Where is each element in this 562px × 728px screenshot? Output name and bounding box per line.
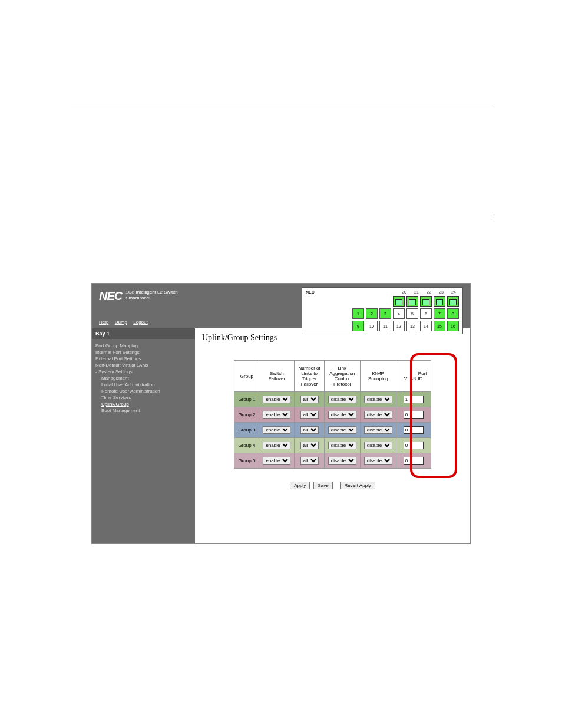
port-11[interactable]: 11 (379, 321, 391, 331)
pvid-input[interactable] (404, 457, 424, 465)
col-switch-failover: Switch Failover (259, 361, 295, 392)
igmp-select[interactable]: disable (364, 411, 392, 419)
port-16[interactable]: 16 (447, 321, 459, 331)
pvid-input[interactable] (404, 411, 424, 419)
menu-dump[interactable]: Dump (115, 319, 127, 325)
ltf-select[interactable]: all (300, 457, 319, 465)
nav-time-services[interactable]: Time Services (95, 394, 191, 401)
port-15[interactable]: 15 (434, 321, 445, 331)
cell-group: Group 5 (234, 453, 259, 469)
sf-select[interactable]: enable (263, 411, 290, 419)
table-row: Group 1 enable all disable disable (234, 392, 431, 407)
uplink-group-table: Group Switch Failover Number of Links to… (234, 360, 431, 469)
cell-group: Group 1 (234, 392, 259, 407)
igmp-select[interactable]: disable (364, 442, 392, 449)
nav-remote-user-admin[interactable]: Remote User Administration (95, 388, 191, 394)
sf-select[interactable]: enable (263, 442, 290, 449)
igmp-select[interactable]: disable (364, 426, 392, 434)
brand-line1: 1Gb Intelligent L2 Switch (125, 289, 178, 295)
port-ext-23[interactable] (434, 296, 445, 307)
cell-group: Group 4 (234, 438, 259, 453)
lacp-select[interactable]: disable (328, 411, 356, 419)
revert-apply-button[interactable]: Revert Apply (340, 482, 375, 489)
ltf-select[interactable]: all (300, 411, 319, 419)
port-ext-22[interactable] (420, 296, 432, 307)
nav-boot-management[interactable]: Boot Management (95, 407, 191, 414)
nav-port-group-mapping[interactable]: Port Group Mapping (95, 342, 191, 349)
port-label: 21 (411, 290, 422, 294)
bay-label: Bay 1 (92, 328, 195, 339)
sf-select[interactable]: enable (263, 457, 290, 465)
col-group: Group (234, 361, 259, 392)
port-ext-24[interactable] (447, 296, 459, 307)
port-6[interactable]: 6 (420, 308, 432, 319)
content-pane: Uplink/Group Settings Group Switch Failo… (195, 328, 470, 543)
port-3[interactable]: 3 (379, 308, 391, 319)
panel-nec: NEC (306, 290, 315, 294)
sf-select[interactable]: enable (263, 426, 290, 434)
port-4[interactable]: 4 (393, 308, 405, 319)
table-row: Group 4 enable all disable disable (234, 438, 431, 453)
page-title: Uplink/Group Settings (202, 333, 463, 342)
nav-internal-port-settings[interactable]: Internal Port Settings (95, 349, 191, 355)
lacp-select[interactable]: disable (328, 457, 356, 465)
port-2[interactable]: 2 (366, 308, 378, 319)
port-14[interactable]: 14 (420, 321, 432, 331)
table-row: Group 2 enable all disable disable (234, 407, 431, 423)
pvid-input[interactable] (404, 396, 424, 403)
cell-group: Group 3 (234, 423, 259, 438)
col-links-trigger-failover: Number of Links to Trigger Failover (295, 361, 324, 392)
port-8[interactable]: 8 (447, 308, 459, 319)
lacp-select[interactable]: disable (328, 396, 356, 403)
ltf-select[interactable]: all (300, 442, 319, 449)
ltf-select[interactable]: all (300, 426, 319, 434)
port-7[interactable]: 7 (434, 308, 445, 319)
save-button[interactable]: Save (313, 482, 332, 489)
port-label: 23 (436, 290, 447, 294)
table-row: Group 3 enable all disable disable (234, 423, 431, 438)
col-igmp-snooping: IGMP Snooping (360, 361, 396, 392)
col-lacp: Link Aggregation Control Protocol (324, 361, 360, 392)
nav-non-default-vlans[interactable]: Non-Default Virtual LANs (95, 362, 191, 368)
igmp-select[interactable]: disable (364, 457, 392, 465)
divider (71, 108, 491, 108)
menu-help[interactable]: Help (99, 319, 108, 325)
igmp-select[interactable]: disable (364, 396, 392, 403)
table-row: Group 5 enable all disable disable (234, 453, 431, 469)
nav-external-port-settings[interactable]: External Port Settings (95, 355, 191, 362)
nav-system-settings[interactable]: - System Settings (95, 368, 191, 375)
col-port-vlan-id: Port VLAN ID (396, 361, 431, 392)
lacp-select[interactable]: disable (328, 426, 356, 434)
port-label: 22 (424, 290, 434, 294)
nav-management[interactable]: Management (95, 375, 191, 381)
port-panel: NEC 20 21 22 23 24 (302, 287, 463, 334)
pvid-input[interactable] (404, 442, 424, 449)
pvid-input[interactable] (404, 426, 424, 434)
sidebar: Bay 1 Port Group Mapping Internal Port S… (92, 328, 195, 543)
apply-button[interactable]: Apply (290, 482, 310, 489)
divider (71, 216, 491, 216)
header-bar: NEC 1Gb Intelligent L2 Switch SmartPanel… (92, 284, 470, 328)
divider (71, 104, 491, 104)
menu-logout[interactable]: Logout (133, 319, 147, 325)
port-9[interactable]: 9 (352, 321, 364, 331)
cell-group: Group 2 (234, 407, 259, 423)
port-ext-21[interactable] (406, 296, 418, 307)
port-5[interactable]: 5 (406, 308, 418, 319)
nav-local-user-admin[interactable]: Local User Administration (95, 381, 191, 388)
port-13[interactable]: 13 (406, 321, 418, 331)
port-12[interactable]: 12 (393, 321, 405, 331)
divider (71, 220, 491, 220)
brand-line2: SmartPanel (125, 295, 178, 301)
sf-select[interactable]: enable (263, 396, 290, 403)
nav-uplink-group[interactable]: Uplink/Group (95, 401, 191, 407)
ltf-select[interactable]: all (300, 396, 319, 403)
app-window: NEC 1Gb Intelligent L2 Switch SmartPanel… (91, 283, 471, 544)
port-10[interactable]: 10 (366, 321, 378, 331)
port-ext-20[interactable] (393, 296, 405, 307)
logo: NEC (99, 289, 122, 303)
port-label: 24 (448, 290, 459, 294)
lacp-select[interactable]: disable (328, 442, 356, 449)
port-1[interactable]: 1 (352, 308, 364, 319)
port-label: 20 (399, 290, 409, 294)
